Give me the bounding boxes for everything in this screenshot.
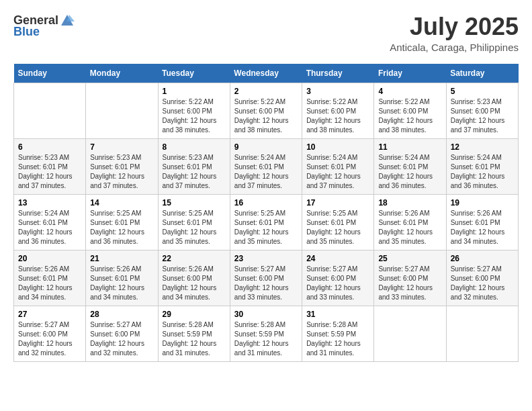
day-number: 27: [18, 310, 81, 319]
day-info: Sunrise: 5:27 AM Sunset: 6:00 PM Dayligh…: [234, 265, 298, 302]
day-number: 31: [306, 310, 369, 319]
day-number: 19: [451, 198, 514, 208]
day-info: Sunrise: 5:24 AM Sunset: 6:01 PM Dayligh…: [378, 153, 441, 191]
day-info: Sunrise: 5:25 AM Sunset: 6:01 PM Dayligh…: [306, 209, 369, 246]
day-info: Sunrise: 5:23 AM Sunset: 6:01 PM Dayligh…: [163, 153, 226, 191]
day-info: Sunrise: 5:27 AM Sunset: 6:00 PM Dayligh…: [378, 265, 441, 302]
day-number: 22: [163, 254, 226, 263]
day-info: Sunrise: 5:23 AM Sunset: 6:00 PM Dayligh…: [451, 97, 514, 135]
day-number: 6: [18, 142, 81, 152]
day-info: Sunrise: 5:22 AM Sunset: 6:00 PM Dayligh…: [378, 97, 441, 135]
day-number: 28: [90, 310, 153, 319]
calendar-cell: 17Sunrise: 5:25 AM Sunset: 6:01 PM Dayli…: [302, 194, 374, 250]
calendar-cell: 28Sunrise: 5:27 AM Sunset: 6:00 PM Dayli…: [86, 306, 158, 361]
calendar-cell: 30Sunrise: 5:28 AM Sunset: 5:59 PM Dayli…: [230, 306, 302, 361]
day-number: 17: [306, 198, 369, 208]
calendar-cell: 13Sunrise: 5:24 AM Sunset: 6:01 PM Dayli…: [14, 194, 86, 250]
day-number: 8: [163, 142, 226, 152]
day-of-week-header: Thursday: [302, 64, 374, 83]
day-info: Sunrise: 5:24 AM Sunset: 6:01 PM Dayligh…: [451, 153, 514, 191]
calendar-cell: 19Sunrise: 5:26 AM Sunset: 6:01 PM Dayli…: [446, 194, 518, 250]
day-number: 10: [306, 142, 369, 152]
calendar-cell: 2Sunrise: 5:22 AM Sunset: 6:00 PM Daylig…: [230, 83, 302, 138]
calendar-cell: 9Sunrise: 5:24 AM Sunset: 6:01 PM Daylig…: [230, 138, 302, 194]
day-number: 7: [90, 142, 153, 152]
day-info: Sunrise: 5:27 AM Sunset: 6:00 PM Dayligh…: [18, 320, 81, 358]
calendar-cell: 27Sunrise: 5:27 AM Sunset: 6:00 PM Dayli…: [14, 306, 86, 361]
day-number: 21: [90, 254, 153, 263]
day-info: Sunrise: 5:28 AM Sunset: 5:59 PM Dayligh…: [234, 320, 298, 358]
day-of-week-header: Friday: [374, 64, 446, 83]
calendar-cell: 11Sunrise: 5:24 AM Sunset: 6:01 PM Dayli…: [374, 138, 446, 194]
day-number: 5: [451, 87, 514, 96]
day-info: Sunrise: 5:22 AM Sunset: 6:00 PM Dayligh…: [306, 97, 369, 135]
day-number: 24: [306, 254, 369, 263]
day-info: Sunrise: 5:26 AM Sunset: 6:01 PM Dayligh…: [90, 265, 153, 302]
day-of-week-header: Sunday: [14, 64, 86, 83]
calendar-cell: 23Sunrise: 5:27 AM Sunset: 6:00 PM Dayli…: [230, 250, 302, 306]
day-info: Sunrise: 5:27 AM Sunset: 6:00 PM Dayligh…: [306, 265, 369, 302]
calendar-cell: 26Sunrise: 5:27 AM Sunset: 6:00 PM Dayli…: [446, 250, 518, 306]
day-number: 11: [378, 142, 441, 152]
day-of-week-header: Monday: [86, 64, 158, 83]
calendar-cell: 3Sunrise: 5:22 AM Sunset: 6:00 PM Daylig…: [302, 83, 374, 138]
day-number: 1: [163, 87, 226, 96]
calendar-cell: 20Sunrise: 5:26 AM Sunset: 6:01 PM Dayli…: [14, 250, 86, 306]
calendar-cell: [86, 83, 158, 138]
day-info: Sunrise: 5:22 AM Sunset: 6:00 PM Dayligh…: [163, 97, 226, 135]
calendar-week-row: 20Sunrise: 5:26 AM Sunset: 6:01 PM Dayli…: [14, 250, 519, 306]
day-number: 29: [163, 310, 226, 319]
day-info: Sunrise: 5:22 AM Sunset: 6:00 PM Dayligh…: [234, 97, 298, 135]
calendar-cell: [14, 83, 86, 138]
day-info: Sunrise: 5:24 AM Sunset: 6:01 PM Dayligh…: [234, 153, 298, 191]
calendar-cell: 18Sunrise: 5:26 AM Sunset: 6:01 PM Dayli…: [374, 194, 446, 250]
calendar-cell: 5Sunrise: 5:23 AM Sunset: 6:00 PM Daylig…: [446, 83, 518, 138]
day-info: Sunrise: 5:24 AM Sunset: 6:01 PM Dayligh…: [306, 153, 369, 191]
day-of-week-header: Saturday: [446, 64, 518, 83]
day-number: 20: [18, 254, 81, 263]
calendar-cell: 16Sunrise: 5:25 AM Sunset: 6:01 PM Dayli…: [230, 194, 302, 250]
calendar-cell: 12Sunrise: 5:24 AM Sunset: 6:01 PM Dayli…: [446, 138, 518, 194]
day-number: 18: [378, 198, 441, 208]
day-info: Sunrise: 5:27 AM Sunset: 6:00 PM Dayligh…: [451, 265, 514, 302]
calendar-cell: [446, 306, 518, 361]
day-info: Sunrise: 5:26 AM Sunset: 6:01 PM Dayligh…: [378, 209, 441, 246]
day-number: 3: [306, 87, 369, 96]
calendar-cell: 22Sunrise: 5:26 AM Sunset: 6:00 PM Dayli…: [158, 250, 230, 306]
calendar-cell: 10Sunrise: 5:24 AM Sunset: 6:01 PM Dayli…: [302, 138, 374, 194]
day-info: Sunrise: 5:24 AM Sunset: 6:01 PM Dayligh…: [18, 209, 81, 246]
logo: General Blue: [13, 13, 75, 39]
day-info: Sunrise: 5:25 AM Sunset: 6:01 PM Dayligh…: [163, 209, 226, 246]
calendar-week-row: 27Sunrise: 5:27 AM Sunset: 6:00 PM Dayli…: [14, 306, 519, 361]
month-year: July 2025: [390, 13, 519, 40]
calendar-week-row: 1Sunrise: 5:22 AM Sunset: 6:00 PM Daylig…: [14, 83, 519, 138]
calendar-cell: 24Sunrise: 5:27 AM Sunset: 6:00 PM Dayli…: [302, 250, 374, 306]
day-number: 14: [90, 198, 153, 208]
day-number: 13: [18, 198, 81, 208]
calendar-cell: 14Sunrise: 5:25 AM Sunset: 6:01 PM Dayli…: [86, 194, 158, 250]
calendar-cell: 7Sunrise: 5:23 AM Sunset: 6:01 PM Daylig…: [86, 138, 158, 194]
day-number: 30: [234, 310, 298, 319]
day-number: 15: [163, 198, 226, 208]
day-info: Sunrise: 5:23 AM Sunset: 6:01 PM Dayligh…: [90, 153, 153, 191]
day-info: Sunrise: 5:23 AM Sunset: 6:01 PM Dayligh…: [18, 153, 81, 191]
day-info: Sunrise: 5:26 AM Sunset: 6:01 PM Dayligh…: [18, 265, 81, 302]
calendar-week-row: 13Sunrise: 5:24 AM Sunset: 6:01 PM Dayli…: [14, 194, 519, 250]
title-block: July 2025 Anticala, Caraga, Philippines: [390, 13, 519, 53]
calendar-cell: 8Sunrise: 5:23 AM Sunset: 6:01 PM Daylig…: [158, 138, 230, 194]
page-header: General Blue July 2025 Anticala, Caraga,…: [13, 13, 519, 53]
calendar-cell: 1Sunrise: 5:22 AM Sunset: 6:00 PM Daylig…: [158, 83, 230, 138]
day-number: 4: [378, 87, 441, 96]
logo-blue: Blue: [13, 26, 40, 39]
day-number: 26: [451, 254, 514, 263]
day-number: 25: [378, 254, 441, 263]
calendar-cell: [374, 306, 446, 361]
day-of-week-header: Wednesday: [230, 64, 302, 83]
day-info: Sunrise: 5:28 AM Sunset: 5:59 PM Dayligh…: [163, 320, 226, 358]
day-number: 2: [234, 87, 298, 96]
day-info: Sunrise: 5:26 AM Sunset: 6:00 PM Dayligh…: [163, 265, 226, 302]
calendar-header-row: SundayMondayTuesdayWednesdayThursdayFrid…: [14, 64, 519, 83]
day-info: Sunrise: 5:26 AM Sunset: 6:01 PM Dayligh…: [451, 209, 514, 246]
day-info: Sunrise: 5:27 AM Sunset: 6:00 PM Dayligh…: [90, 320, 153, 358]
day-info: Sunrise: 5:28 AM Sunset: 5:59 PM Dayligh…: [306, 320, 369, 358]
